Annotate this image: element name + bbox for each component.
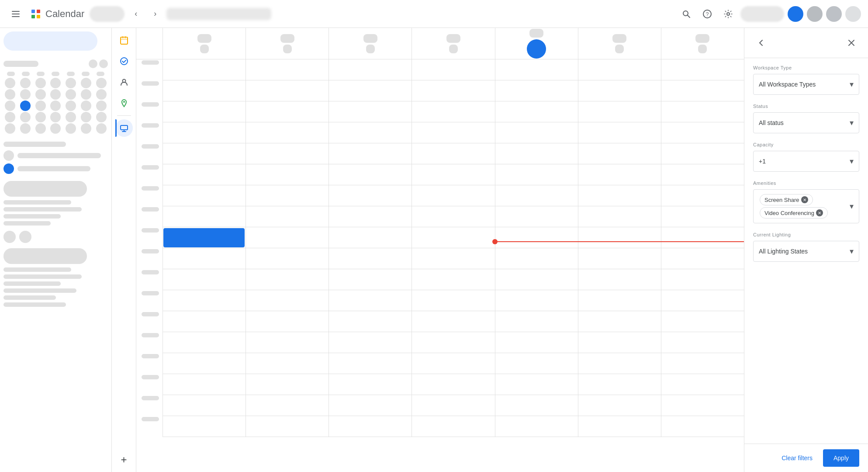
grid-cell[interactable] [246,290,329,311]
grid-cell[interactable] [412,416,495,437]
mini-cal-day-cell[interactable] [35,112,46,122]
chip-remove-screen-share[interactable]: ✕ [801,196,808,203]
grid-cell[interactable] [495,311,578,332]
grid-cell[interactable] [412,269,495,290]
chip-remove-video-conferencing[interactable]: ✕ [816,209,823,216]
grid-cell[interactable] [329,269,412,290]
grid-cell[interactable] [578,101,661,122]
grid-cell[interactable] [661,353,744,374]
grid-cell[interactable] [661,311,744,332]
grid-cell[interactable] [246,59,329,80]
grid-cell[interactable] [495,395,578,416]
grid-cell[interactable] [578,80,661,101]
mini-cal-day-cell[interactable] [35,101,46,111]
grid-cell[interactable] [495,227,578,248]
grid-cell[interactable] [412,164,495,185]
grid-cell[interactable] [412,59,495,80]
grid-cell[interactable] [163,206,246,227]
grid-cell[interactable] [163,185,246,206]
mini-cal-day-cell[interactable] [81,112,91,122]
grid-cell[interactable] [495,290,578,311]
grid-cell[interactable] [495,206,578,227]
grid-cell[interactable] [661,332,744,353]
grid-cell[interactable] [578,143,661,164]
grid-cell[interactable] [412,206,495,227]
avatar-3[interactable] [826,6,842,22]
grid-cell[interactable] [412,80,495,101]
grid-cell[interactable] [246,416,329,437]
grid-cell[interactable] [412,101,495,122]
mini-cal-day-cell[interactable] [35,89,46,100]
grid-cell[interactable] [329,227,412,248]
grid-cell[interactable] [246,206,329,227]
mini-cal-day-cell[interactable] [66,89,76,100]
mini-cal-day-cell[interactable] [35,123,46,134]
mini-cal-day-cell[interactable] [20,112,31,122]
mini-cal-day-cell[interactable] [20,89,31,100]
grid-cell[interactable] [329,164,412,185]
grid-cell[interactable] [329,416,412,437]
grid-cell[interactable] [412,395,495,416]
grid-cell[interactable] [163,101,246,122]
mini-cal-day-cell[interactable] [66,112,76,122]
mini-cal-day-cell[interactable] [81,123,91,134]
grid-cell[interactable] [246,101,329,122]
mini-cal-day-cell[interactable] [5,89,15,100]
mini-cal-day-cell[interactable] [5,112,15,122]
mini-cal-day-cell[interactable] [50,78,61,88]
grid-cell[interactable] [495,143,578,164]
grid-cell[interactable] [329,80,412,101]
workspace-type-dropdown[interactable]: All Workspace Types ▾ [753,74,859,95]
grid-cell[interactable] [578,227,661,248]
mini-cal-day-cell[interactable] [96,78,107,88]
grid-cell[interactable] [329,248,412,269]
grid-cell[interactable] [163,290,246,311]
mini-cal-day-cell[interactable] [35,78,46,88]
grid-cell[interactable] [246,311,329,332]
grid-cell[interactable] [412,122,495,143]
people-icon-button[interactable] [115,73,133,91]
grid-cell[interactable] [495,374,578,395]
event-block-1[interactable] [163,228,245,247]
avatar-4[interactable] [845,6,861,22]
grid-cell[interactable] [163,332,246,353]
grid-cell[interactable] [495,332,578,353]
grid-cell[interactable] [412,311,495,332]
grid-cell[interactable] [246,80,329,101]
capacity-dropdown[interactable]: +1 ▾ [753,151,859,172]
grid-cell[interactable] [412,248,495,269]
grid-cell[interactable] [163,80,246,101]
mini-cal-day-cell[interactable] [96,112,107,122]
mini-cal-day-cell[interactable] [81,89,91,100]
grid-cell[interactable] [163,395,246,416]
mini-cal-day-cell[interactable] [5,78,15,88]
mini-cal-day-cell[interactable] [50,112,61,122]
grid-cell[interactable] [495,353,578,374]
grid-cell[interactable] [246,269,329,290]
grid-cell[interactable] [246,227,329,248]
grid-cell[interactable] [578,416,661,437]
grid-cell[interactable] [495,416,578,437]
mini-cal-day-cell[interactable] [20,101,31,111]
grid-cell[interactable] [163,416,246,437]
grid-cell[interactable] [412,185,495,206]
grid-cell[interactable] [495,248,578,269]
amenity-chip-video-conferencing[interactable]: Video Conferencing ✕ [760,207,828,219]
grid-cell[interactable] [578,206,661,227]
grid-cell[interactable] [163,248,246,269]
mini-cal-day-cell[interactable] [96,123,107,134]
grid-cell[interactable] [495,80,578,101]
grid-cell[interactable] [578,311,661,332]
grid-cell[interactable] [412,227,495,248]
grid-cell[interactable] [246,332,329,353]
grid-cell[interactable] [661,122,744,143]
grid-cell[interactable] [329,353,412,374]
mini-cal-day-cell[interactable] [66,101,76,111]
prev-nav-button[interactable]: ‹ [128,6,144,22]
grid-cell[interactable] [578,332,661,353]
grid-cell[interactable] [578,59,661,80]
workspace-icon-button[interactable] [115,119,133,137]
mini-cal-day-cell[interactable] [50,123,61,134]
filter-close-button[interactable] [844,35,859,51]
settings-button[interactable] [719,5,737,23]
